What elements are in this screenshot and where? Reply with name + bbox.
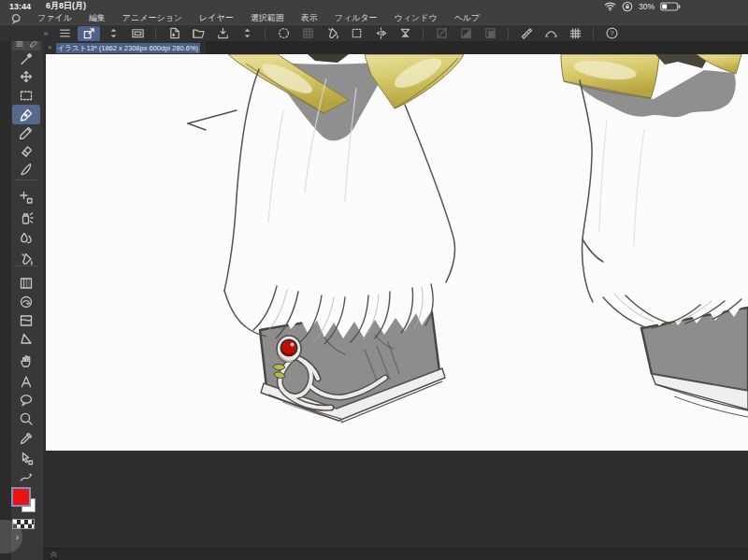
document-tab-bar: × イラスト13* (1862 x 2308px 600dpi 280.6%) — [43, 41, 748, 54]
snap-grid-button[interactable] — [564, 26, 586, 41]
tool-palette: « » — [0, 24, 43, 560]
screen-layout-button[interactable] — [126, 26, 149, 41]
document-tab[interactable]: × イラスト13* (1862 x 2308px 600dpi 280.6%) — [43, 41, 206, 54]
tool-move[interactable] — [14, 67, 38, 86]
gradient-icon — [19, 276, 34, 291]
menu-表示[interactable]: 表示 — [293, 12, 326, 24]
collapse-chevrons-icon[interactable] — [49, 546, 59, 560]
new-file-button[interactable] — [163, 26, 185, 41]
tool-blend[interactable] — [14, 229, 38, 248]
updown-chevron-button[interactable] — [236, 26, 258, 41]
tool-brush[interactable] — [14, 160, 38, 179]
palette-edge-strip — [0, 24, 11, 560]
tool-airbrush[interactable] — [14, 208, 38, 227]
open-folder-icon — [192, 26, 206, 40]
tool-line-correct[interactable] — [14, 467, 38, 486]
menu-ウィンドウ[interactable]: ウィンドウ — [386, 12, 446, 24]
pan-canvas-icon — [82, 26, 96, 40]
updown-chevron-icon — [107, 26, 121, 40]
updown-chevron-button[interactable] — [102, 26, 124, 41]
help-button[interactable]: ? — [600, 26, 623, 41]
brush-icon — [19, 162, 34, 177]
clip-studio-paint-app: { "status_bar": { "time": "13:44", "date… — [0, 0, 748, 560]
tool-eraser[interactable] — [14, 142, 38, 161]
tool-balloon[interactable] — [14, 391, 38, 409]
toolbar-separator — [593, 28, 594, 39]
select-add-button — [454, 26, 477, 41]
pan-canvas-button[interactable] — [78, 26, 100, 41]
crop-button[interactable] — [345, 26, 367, 41]
clip-studio-logo-icon[interactable] — [10, 13, 22, 24]
help-icon: ? — [605, 26, 619, 40]
snap-curve-button[interactable] — [539, 26, 562, 41]
pen-icon — [19, 108, 34, 122]
tool-hand[interactable] — [14, 352, 38, 370]
export-button[interactable] — [211, 26, 234, 41]
tab-close-icon[interactable]: × — [48, 41, 52, 54]
toolbar-separator — [508, 28, 509, 39]
flip-vertical-icon — [398, 26, 412, 40]
settings-dots-icon — [277, 26, 291, 40]
tool-separator — [15, 179, 37, 180]
foreground-color-swatch[interactable] — [11, 487, 31, 507]
tool-marquee[interactable] — [14, 86, 38, 105]
fill-bucket-button[interactable] — [321, 26, 343, 41]
system-status-bar: 13:44 6月8日(月) 30% — [0, 0, 748, 12]
menu-フィルター[interactable]: フィルター — [326, 12, 386, 24]
command-bar: » ? — [0, 24, 748, 41]
tool-operation[interactable] — [14, 449, 38, 467]
menu-選択範囲[interactable]: 選択範囲 — [242, 12, 293, 24]
tool-frame-border[interactable] — [14, 311, 38, 330]
chevron-right-icon: › — [16, 532, 19, 542]
updown-chevron-icon — [240, 26, 254, 40]
menu-ヘルプ[interactable]: ヘルプ — [446, 12, 489, 24]
toolbar-separator — [423, 28, 424, 39]
tool-pen[interactable] — [12, 105, 40, 124]
export-icon — [216, 26, 230, 40]
tool-text[interactable] — [14, 372, 38, 391]
tool-zoom[interactable] — [14, 409, 38, 428]
operation-icon — [19, 451, 34, 466]
crop-icon — [350, 26, 364, 40]
snap-ruler-button[interactable] — [515, 26, 538, 41]
svg-text:?: ? — [610, 29, 614, 37]
toolbar-separator — [265, 28, 266, 39]
canvas-artwork — [46, 54, 748, 451]
drawing-canvas[interactable] — [46, 54, 748, 451]
menu-ファイル[interactable]: ファイル — [29, 12, 80, 24]
tool-color-mix[interactable] — [14, 293, 38, 311]
pencil-icon — [19, 125, 34, 140]
snap-curve-icon — [544, 26, 558, 40]
fill-bucket-icon — [19, 251, 34, 266]
zoom-icon — [19, 411, 34, 426]
frame-icon — [19, 313, 34, 328]
grid-icon — [301, 26, 315, 40]
eraser-icon — [19, 144, 34, 159]
flip-vertical-button[interactable] — [394, 26, 416, 41]
tool-decoration[interactable] — [14, 188, 38, 207]
hand-icon — [19, 353, 34, 368]
menu-button[interactable] — [53, 26, 76, 41]
wifi-icon — [604, 1, 616, 11]
menu-items: ファイル編集アニメーションレイヤー選択範囲表示フィルターウィンドウヘルプ — [29, 12, 488, 24]
tool-figure[interactable] — [14, 329, 38, 348]
settings-dots-button[interactable] — [272, 26, 295, 41]
bottom-bar — [43, 548, 748, 560]
tool-eyedropper[interactable] — [14, 429, 38, 448]
tool-gradient[interactable] — [14, 274, 38, 293]
tool-pencil[interactable] — [14, 123, 38, 142]
screen-layout-icon — [131, 26, 145, 40]
menu-アニメーション[interactable]: アニメーション — [114, 12, 191, 24]
marquee-icon — [19, 88, 34, 103]
flip-horizontal-icon — [374, 26, 388, 40]
toolbar-overflow-chevron[interactable]: » — [39, 29, 52, 38]
select-add-icon — [459, 26, 473, 40]
tool-auto-select[interactable] — [14, 50, 38, 68]
new-file-icon — [167, 26, 181, 40]
menu-編集[interactable]: 編集 — [80, 12, 114, 24]
open-folder-button[interactable] — [187, 26, 209, 41]
menu-レイヤー[interactable]: レイヤー — [191, 12, 242, 24]
blend-icon — [19, 231, 34, 246]
clock: 13:44 — [9, 2, 31, 11]
flip-horizontal-button[interactable] — [369, 26, 392, 41]
